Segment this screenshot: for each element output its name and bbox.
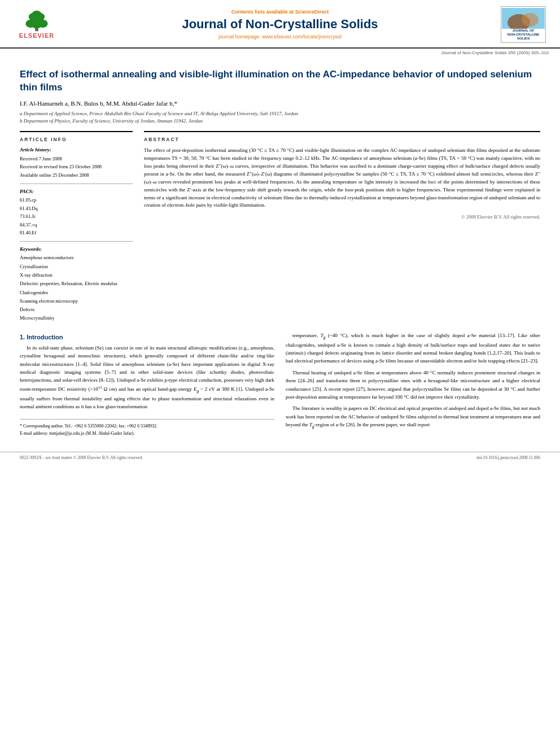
footnote-corresponding: * Corresponding author. Tel.: +962 6 535… bbox=[20, 423, 274, 430]
elsevier-logo-area: ELSEVIER bbox=[11, 5, 62, 44]
svg-point-8 bbox=[522, 13, 539, 27]
authors: I.F. Al-Hamarneh a, B.N. Bulos b, M.M. A… bbox=[20, 100, 540, 107]
homepage-url: www.elsevier.com/locate/jnoncrysol bbox=[262, 34, 342, 40]
bottom-bar: 0022-3093/$ – see front matter © 2008 El… bbox=[0, 452, 560, 463]
history-label: Article history: bbox=[20, 147, 133, 152]
jncs-logo-text: JOURNAL OFNON-CRYSTALLINESOLIDS bbox=[508, 29, 540, 41]
keyword-7: Defects bbox=[20, 305, 133, 314]
journal-header: ELSEVIER Contents lists available at Sci… bbox=[0, 0, 560, 49]
header-center: Contents lists available at ScienceDirec… bbox=[62, 9, 498, 40]
keyword-3: X-ray diffraction bbox=[20, 271, 133, 279]
journal-homepage: journal homepage: www.elsevier.com/locat… bbox=[218, 34, 342, 40]
article-info-label: ARTICLE INFO bbox=[20, 137, 133, 142]
abstract-text: The effect of post-deposition isothermal… bbox=[144, 147, 540, 210]
intro-para-4: The literature is wealthy in papers on D… bbox=[286, 404, 540, 430]
section-1-number: 1. bbox=[20, 334, 25, 340]
body-left: 1. Introduction In its solid-state phase… bbox=[20, 331, 274, 438]
article-info-column: ARTICLE INFO Article history: Received 7… bbox=[20, 131, 133, 323]
elsevier-text: ELSEVIER bbox=[19, 32, 54, 39]
pacs-code-1: 61.05.cp bbox=[20, 196, 133, 204]
issn-text: 0022-3093/$ – see front matter © 2008 El… bbox=[20, 455, 143, 460]
intro-para-3: Thermal heating of undoped a-Se films at… bbox=[286, 369, 540, 401]
doi-text: doi:10.1016/j.jnoncrysol.2008.11.006 bbox=[476, 455, 540, 460]
elsevier-logo: ELSEVIER bbox=[19, 10, 54, 39]
available-date: Available online 25 December 2008 bbox=[20, 171, 133, 179]
pacs-code-5: 81.40.Ef bbox=[20, 229, 133, 237]
sciencedirect-prefix: Contents lists available at bbox=[231, 9, 295, 15]
body-right: temperature, Tg (~40 °C), which is much … bbox=[286, 331, 540, 438]
volume-info: Journal of Non-Crystalline Solids 355 (2… bbox=[0, 49, 560, 57]
journal-logo-area: JOURNAL OFNON-CRYSTALLINESOLIDS bbox=[498, 5, 549, 44]
footnote-area: * Corresponding author. Tel.: +962 6 535… bbox=[20, 419, 274, 438]
section-1-heading: Introduction bbox=[27, 334, 63, 340]
pacs-label: PACS: bbox=[20, 189, 133, 194]
sciencedirect-link: Contents lists available at ScienceDirec… bbox=[231, 9, 329, 15]
abstract-label: ABSTRACT bbox=[144, 137, 540, 142]
intro-para-2: temperature, Tg (~40 °C), which is much … bbox=[286, 331, 540, 365]
article-info-abstract-row: ARTICLE INFO Article history: Received 7… bbox=[20, 131, 540, 323]
keywords-label: Keywords: bbox=[20, 246, 133, 252]
abstract-column: ABSTRACT The effect of post-deposition i… bbox=[144, 131, 540, 323]
homepage-prefix: journal homepage: bbox=[218, 34, 262, 40]
divider-2 bbox=[20, 241, 133, 242]
affiliations: a Department of Applied Science, Prince … bbox=[20, 110, 540, 125]
jncs-logo-box: JOURNAL OFNON-CRYSTALLINESOLIDS bbox=[501, 6, 546, 43]
elsevier-tree-icon bbox=[20, 10, 54, 32]
svg-point-5 bbox=[36, 13, 45, 20]
svg-point-2 bbox=[25, 20, 36, 28]
keyword-2: Crystallization bbox=[20, 263, 133, 271]
body-content: 1. Introduction In its solid-state phase… bbox=[20, 331, 540, 438]
intro-para-1: In its solid-state phase, selenium (Se) … bbox=[20, 344, 274, 411]
main-content: Effect of isothermal annealing and visib… bbox=[0, 57, 560, 446]
keyword-5: Chalcogenides bbox=[20, 289, 133, 297]
jncs-logo-image bbox=[502, 8, 545, 29]
keywords-list: Amorphous semiconductors Crystallization… bbox=[20, 254, 133, 322]
paper-title: Effect of isothermal annealing and visib… bbox=[20, 68, 540, 94]
affiliation-b: b Department of Physics, Faculty of Scie… bbox=[20, 117, 540, 125]
copyright-line: © 2008 Elsevier B.V. All rights reserved… bbox=[144, 214, 540, 220]
keyword-4: Dielectric properties, Relaxation, Elect… bbox=[20, 279, 133, 288]
pacs-codes: 61.05.cp 61.43.Dq 73.61.Jc 84.37.+q 81.4… bbox=[20, 196, 133, 237]
svg-point-3 bbox=[38, 20, 48, 28]
keyword-1: Amorphous semiconductors bbox=[20, 254, 133, 262]
keyword-8: Microcrystallinity bbox=[20, 314, 133, 322]
pacs-code-4: 84.37.+q bbox=[20, 221, 133, 229]
revised-date: Received in revised form 23 October 2008 bbox=[20, 163, 133, 171]
affiliation-a: a Department of Applied Science, Prince … bbox=[20, 110, 540, 118]
divider-1 bbox=[20, 184, 133, 184]
jncs-cover-image bbox=[502, 8, 545, 29]
journal-title-header: Journal of Non-Crystalline Solids bbox=[182, 17, 378, 32]
keyword-6: Scanning electron microscopy bbox=[20, 297, 133, 305]
pacs-code-2: 61.43.Dq bbox=[20, 204, 133, 212]
sciencedirect-name: ScienceDirect bbox=[295, 9, 329, 15]
footnote-email: E-mail address: mmjafar@ju.edu.jo (M.M. … bbox=[20, 430, 274, 438]
page: ELSEVIER Contents lists available at Sci… bbox=[0, 0, 560, 747]
section-1-title: 1. Introduction bbox=[20, 334, 274, 340]
author-list: I.F. Al-Hamarneh a, B.N. Bulos b, M.M. A… bbox=[20, 100, 177, 107]
received-date: Received 7 June 2008 bbox=[20, 155, 133, 163]
pacs-code-3: 73.61.Jc bbox=[20, 212, 133, 220]
